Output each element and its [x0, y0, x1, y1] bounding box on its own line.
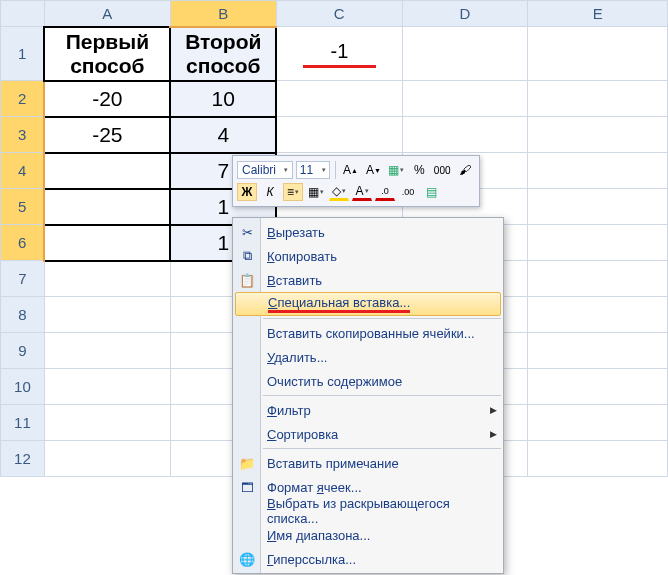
- cell-A4[interactable]: [44, 153, 170, 189]
- cell-E5[interactable]: [528, 189, 668, 225]
- globe-icon: 🌐: [237, 552, 257, 567]
- row-header-1[interactable]: 1: [1, 27, 45, 81]
- menu-label: Удалить...: [267, 350, 327, 365]
- menu-label: Специальная вставка...: [268, 295, 410, 310]
- col-header-C[interactable]: C: [276, 1, 402, 27]
- menu-clear[interactable]: Очистить содержимое: [233, 369, 503, 393]
- row-header-2[interactable]: 2: [1, 81, 45, 117]
- increase-decimal-icon[interactable]: .00: [398, 183, 418, 201]
- borders-icon[interactable]: ▦: [306, 183, 326, 201]
- menu-paste[interactable]: 📋Вставить: [233, 268, 503, 292]
- cell-B1[interactable]: Второй способ: [170, 27, 276, 81]
- fill-color-icon[interactable]: ◇: [329, 183, 349, 201]
- font-size-picker[interactable]: 11▾: [296, 161, 330, 179]
- cell-C1[interactable]: -1: [276, 27, 402, 81]
- cell-E10[interactable]: [528, 369, 668, 405]
- row-header-12[interactable]: 12: [1, 441, 45, 477]
- row-header-5[interactable]: 5: [1, 189, 45, 225]
- grow-font-icon[interactable]: A▲: [341, 161, 361, 179]
- cell-B3[interactable]: 4: [170, 117, 276, 153]
- cell-E4[interactable]: [528, 153, 668, 189]
- row-header-7[interactable]: 7: [1, 261, 45, 297]
- font-size: 11: [300, 163, 313, 177]
- align-center-icon[interactable]: ≡: [283, 183, 303, 201]
- cell-A10[interactable]: [44, 369, 170, 405]
- submenu-arrow-icon: ▶: [490, 405, 497, 415]
- menu-insert-comment[interactable]: 📁Вставить примечание: [233, 451, 503, 475]
- value-C1: -1: [303, 40, 377, 68]
- percent-icon[interactable]: %: [409, 161, 429, 179]
- cell-E9[interactable]: [528, 333, 668, 369]
- cell-E11[interactable]: [528, 405, 668, 441]
- decrease-decimal-icon[interactable]: .0: [375, 183, 395, 201]
- menu-cut[interactable]: ✂Вырезать: [233, 220, 503, 244]
- menu-label: Выбрать из раскрывающегося списка...: [267, 496, 485, 526]
- cell-E7[interactable]: [528, 261, 668, 297]
- cell-E3[interactable]: [528, 117, 668, 153]
- col-header-A[interactable]: A: [44, 1, 170, 27]
- cell-E12[interactable]: [528, 441, 668, 477]
- shrink-font-icon[interactable]: A▼: [364, 161, 384, 179]
- menu-insert-copied[interactable]: Вставить скопированные ячейки...: [233, 321, 503, 345]
- copy-icon: ⧉: [237, 248, 257, 264]
- cell-E6[interactable]: [528, 225, 668, 261]
- thousands-icon[interactable]: 000: [432, 161, 452, 179]
- row-header-6[interactable]: 6: [1, 225, 45, 261]
- menu-paste-special[interactable]: Специальная вставка...: [235, 292, 501, 316]
- cell-C3[interactable]: [276, 117, 402, 153]
- cell-A1[interactable]: Первый способ: [44, 27, 170, 81]
- menu-hyperlink[interactable]: 🌐Гиперссылка...: [233, 547, 503, 571]
- menu-label: Сортировка: [267, 427, 338, 442]
- menu-label: Вставить: [267, 273, 322, 288]
- styles-icon[interactable]: ▦: [386, 161, 406, 179]
- paste-icon: 📋: [237, 273, 257, 288]
- cell-A5[interactable]: [44, 189, 170, 225]
- font-color-icon[interactable]: A: [352, 183, 372, 201]
- row-header-11[interactable]: 11: [1, 405, 45, 441]
- menu-label: Имя диапазона...: [267, 528, 370, 543]
- menu-label: Копировать: [267, 249, 337, 264]
- cell-A6[interactable]: [44, 225, 170, 261]
- menu-delete[interactable]: Удалить...: [233, 345, 503, 369]
- cell-D1[interactable]: [402, 27, 528, 81]
- row-header-4[interactable]: 4: [1, 153, 45, 189]
- format-painter-icon[interactable]: 🖌: [455, 161, 475, 179]
- cell-B2[interactable]: 10: [170, 81, 276, 117]
- menu-label: Вставить скопированные ячейки...: [267, 326, 475, 341]
- row-header-3[interactable]: 3: [1, 117, 45, 153]
- cell-A3[interactable]: -25: [44, 117, 170, 153]
- cell-E1[interactable]: [528, 27, 668, 81]
- mini-toolbar: Calibri▾ 11▾ A▲ A▼ ▦ % 000 🖌 Ж К ≡ ▦ ◇ A…: [232, 155, 480, 207]
- cell-A9[interactable]: [44, 333, 170, 369]
- font-picker[interactable]: Calibri▾: [237, 161, 293, 179]
- cell-A2[interactable]: -20: [44, 81, 170, 117]
- cell-A7[interactable]: [44, 261, 170, 297]
- menu-sort[interactable]: Сортировка▶: [233, 422, 503, 446]
- cell-D2[interactable]: [402, 81, 528, 117]
- row-header-10[interactable]: 10: [1, 369, 45, 405]
- menu-copy[interactable]: ⧉Копировать: [233, 244, 503, 268]
- menu-name-range[interactable]: Имя диапазона...: [233, 523, 503, 547]
- cell-C2[interactable]: [276, 81, 402, 117]
- menu-filter[interactable]: Фильтр▶: [233, 398, 503, 422]
- select-all-corner[interactable]: [1, 1, 45, 27]
- merge-icon[interactable]: ▤: [421, 183, 441, 201]
- row-header-9[interactable]: 9: [1, 333, 45, 369]
- cell-D3[interactable]: [402, 117, 528, 153]
- menu-label: Вставить примечание: [267, 456, 399, 471]
- cell-E8[interactable]: [528, 297, 668, 333]
- italic-button[interactable]: К: [260, 183, 280, 201]
- cell-A12[interactable]: [44, 441, 170, 477]
- col-header-D[interactable]: D: [402, 1, 528, 27]
- col-header-E[interactable]: E: [528, 1, 668, 27]
- col-header-B[interactable]: B: [170, 1, 276, 27]
- row-header-8[interactable]: 8: [1, 297, 45, 333]
- menu-label: Формат ячеек...: [267, 480, 362, 495]
- menu-pick-list[interactable]: Выбрать из раскрывающегося списка...: [233, 499, 503, 523]
- menu-label: Вырезать: [267, 225, 325, 240]
- font-name: Calibri: [242, 163, 276, 177]
- cell-E2[interactable]: [528, 81, 668, 117]
- cell-A8[interactable]: [44, 297, 170, 333]
- bold-button[interactable]: Ж: [237, 183, 257, 201]
- cell-A11[interactable]: [44, 405, 170, 441]
